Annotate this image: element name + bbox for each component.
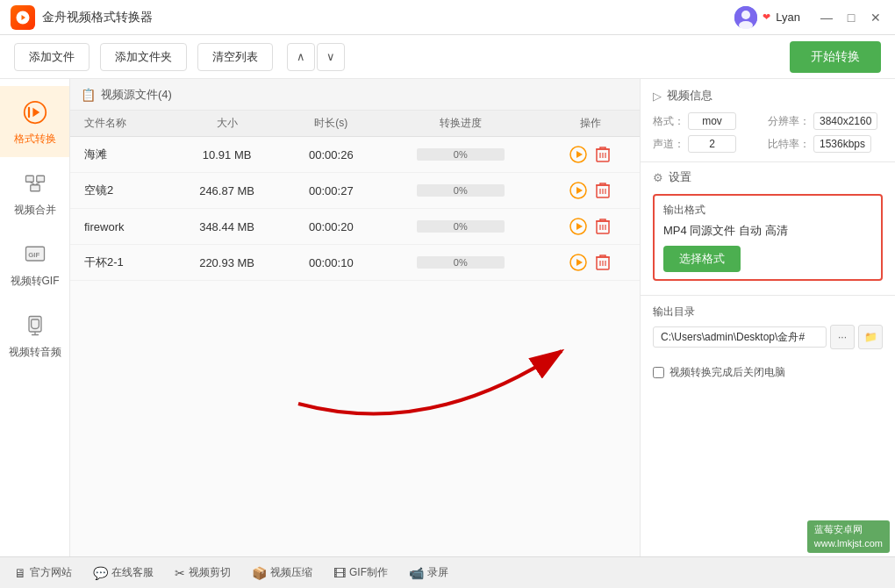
right-panel: ▷ 视频信息 格式： mov 分辨率： 3840x2160 声道： 2 <box>641 79 895 556</box>
titlebar: 金舟视频格式转换器 ❤ Lyan — □ ✕ <box>0 0 895 35</box>
shutdown-label: 视频转换完成后关闭电脑 <box>669 365 785 380</box>
sidebar-item-merge[interactable]: 视频合并 <box>0 157 69 228</box>
file-actions <box>542 245 640 281</box>
support-icon: 💬 <box>93 566 108 580</box>
file-size: 220.93 MB <box>170 245 283 281</box>
bottom-support[interactable]: 💬 在线客服 <box>93 565 154 580</box>
bottom-record[interactable]: 📹 录屏 <box>409 565 448 580</box>
output-dir-input[interactable] <box>653 326 827 348</box>
toolbar: 添加文件 添加文件夹 清空列表 ∧ ∨ 开始转换 <box>0 35 895 79</box>
video-info-header: ▷ 视频信息 <box>653 88 883 104</box>
file-list-panel: 📋 视频源文件(4) 文件名称 大小 时长(s) 转换进度 操作 <box>70 79 641 556</box>
file-table-wrap: 文件名称 大小 时长(s) 转换进度 操作 海滩 10.91 MB 00:00:… <box>70 111 640 556</box>
file-size: 10.91 MB <box>170 137 283 173</box>
settings-title: 设置 <box>669 169 691 185</box>
format-label: 格式： <box>653 114 684 129</box>
play-button[interactable] <box>568 144 589 165</box>
file-duration: 00:00:26 <box>283 137 379 173</box>
play-button[interactable] <box>568 252 589 273</box>
bottombar: 🖥 官方网站 💬 在线客服 ✂ 视频剪切 📦 视频压缩 🎞 GIF制作 📹 录屏 <box>0 556 895 588</box>
gif-icon: GIF <box>19 239 51 270</box>
minimize-button[interactable]: — <box>818 9 835 26</box>
clear-list-button[interactable]: 清空列表 <box>197 43 273 71</box>
col-action: 操作 <box>542 111 640 137</box>
svg-marker-20 <box>576 223 583 230</box>
clip-icon: ✂ <box>175 566 185 580</box>
settings-section: ⚙ 设置 输出格式 MP4 同源文件 自动 高清 选择格式 <box>641 162 895 296</box>
table-row: 干杯2-1 220.93 MB 00:00:10 0% <box>70 245 640 281</box>
file-progress: 0% <box>379 173 542 209</box>
play-button[interactable] <box>568 216 589 237</box>
play-button[interactable] <box>568 180 589 201</box>
format-value: mov <box>688 112 736 130</box>
sidebar-item-audio[interactable]: 视频转音频 <box>0 299 69 370</box>
select-format-button[interactable]: 选择格式 <box>663 246 741 272</box>
output-dir-label: 输出目录 <box>653 305 883 319</box>
col-name: 文件名称 <box>70 111 170 137</box>
channels-label: 声道： <box>653 137 684 152</box>
user-info: ❤ Lyan <box>734 6 800 29</box>
file-actions <box>542 173 640 209</box>
add-folder-button[interactable]: 添加文件夹 <box>100 43 187 71</box>
move-up-button[interactable]: ∧ <box>287 43 315 71</box>
col-progress: 转换进度 <box>379 111 542 137</box>
channels-value: 2 <box>688 135 736 153</box>
window-controls: — □ ✕ <box>818 9 884 26</box>
main-area: 格式转换 视频合并 GIF <box>0 79 895 556</box>
sidebar: 格式转换 视频合并 GIF <box>0 79 70 556</box>
progress-bar: 0% <box>417 148 505 161</box>
sidebar-label-audio: 视频转音频 <box>9 345 61 360</box>
bottom-gif[interactable]: 🎞 GIF制作 <box>333 565 388 580</box>
bottom-compress[interactable]: 📦 视频压缩 <box>252 565 312 580</box>
delete-button[interactable] <box>592 144 613 165</box>
support-label: 在线客服 <box>111 565 154 580</box>
bottom-website[interactable]: 🖥 官方网站 <box>14 565 72 580</box>
reorder-controls: ∧ ∨ <box>287 43 345 71</box>
website-icon: 🖥 <box>14 566 26 580</box>
compress-label: 视频压缩 <box>270 565 312 580</box>
file-name: 空镜2 <box>70 173 170 209</box>
bottom-clip[interactable]: ✂ 视频剪切 <box>175 565 231 580</box>
open-dir-button[interactable]: 📁 <box>858 325 883 349</box>
browse-dir-button[interactable]: ··· <box>830 325 855 349</box>
avatar <box>734 6 757 29</box>
record-label: 录屏 <box>427 565 448 580</box>
sidebar-item-gif[interactable]: GIF 视频转GIF <box>0 228 69 299</box>
video-info-title: 视频信息 <box>667 88 712 104</box>
file-actions <box>542 137 640 173</box>
output-format-value: MP4 同源文件 自动 高清 <box>663 223 872 239</box>
output-format-box: 输出格式 MP4 同源文件 自动 高清 选择格式 <box>653 194 883 281</box>
compress-icon: 📦 <box>252 566 267 580</box>
app-logo <box>11 5 35 30</box>
channels-row: 声道： 2 <box>653 135 768 153</box>
maximize-button[interactable]: □ <box>842 9 860 26</box>
settings-icon: ⚙ <box>653 171 663 184</box>
move-down-button[interactable]: ∨ <box>317 43 345 71</box>
table-row: firework 348.44 MB 00:00:20 0% <box>70 209 640 245</box>
sidebar-item-format[interactable]: 格式转换 <box>0 86 69 157</box>
file-list-header-icon: 📋 <box>81 88 96 102</box>
file-duration: 00:00:27 <box>283 173 379 209</box>
start-convert-button[interactable]: 开始转换 <box>790 41 881 73</box>
format-icon <box>19 97 51 128</box>
heart-icon: ❤ <box>763 11 770 23</box>
svg-rect-7 <box>25 176 33 182</box>
shutdown-checkbox[interactable] <box>653 367 664 378</box>
resolution-value: 3840x2160 <box>813 112 877 130</box>
delete-button[interactable] <box>592 180 613 201</box>
file-size: 246.87 MB <box>170 173 283 209</box>
col-size: 大小 <box>170 111 283 137</box>
sidebar-label-format: 格式转换 <box>14 132 56 147</box>
delete-button[interactable] <box>592 216 613 237</box>
sidebar-label-gif: 视频转GIF <box>11 274 60 289</box>
close-button[interactable]: ✕ <box>867 9 884 26</box>
sidebar-label-merge: 视频合并 <box>14 203 56 218</box>
add-file-button[interactable]: 添加文件 <box>14 43 90 71</box>
file-progress: 0% <box>379 137 542 173</box>
delete-button[interactable] <box>592 252 613 273</box>
file-table: 文件名称 大小 时长(s) 转换进度 操作 海滩 10.91 MB 00:00:… <box>70 111 640 281</box>
file-name: 海滩 <box>70 137 170 173</box>
svg-marker-14 <box>576 151 583 158</box>
svg-marker-23 <box>576 259 583 266</box>
progress-bar: 0% <box>417 184 505 197</box>
